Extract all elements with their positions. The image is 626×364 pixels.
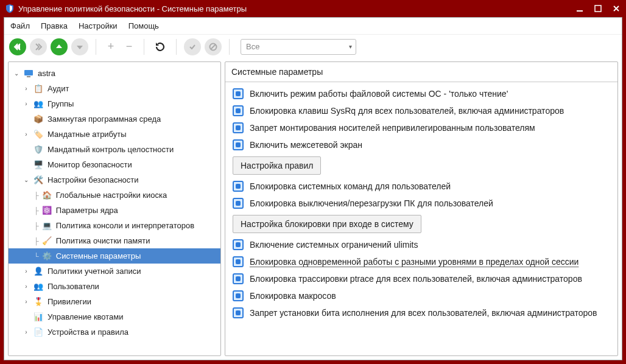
audit-icon: 📋 — [33, 84, 44, 94]
shield-icon: 🛡️ — [33, 145, 44, 155]
nav-down-button[interactable] — [71, 38, 88, 55]
maximize-button[interactable] — [593, 4, 603, 13]
expand-icon[interactable]: › — [22, 131, 30, 138]
settings-icon: 🛠️ — [33, 175, 44, 185]
computer-icon — [23, 69, 34, 79]
expand-icon[interactable]: › — [22, 283, 30, 290]
opt-label: Блокировка макросов — [250, 291, 336, 301]
collapse-icon[interactable]: ⌄ — [22, 177, 30, 183]
checkbox-readonly-fs[interactable] — [233, 88, 244, 99]
checkbox-block-mount[interactable] — [233, 122, 244, 133]
refresh-button[interactable] — [152, 38, 169, 55]
minimize-button[interactable] — [575, 4, 585, 13]
menu-edit[interactable]: Правка — [41, 21, 68, 30]
tree-item-kernel[interactable]: ├ ⚛️ Параметры ядра — [9, 203, 220, 218]
expand-icon[interactable]: › — [22, 85, 30, 92]
checkbox-block-shutdown[interactable] — [233, 198, 244, 209]
quota-icon: 📊 — [33, 312, 44, 322]
privileges-icon: 🎖️ — [33, 297, 44, 307]
checkbox-ulimits[interactable] — [233, 239, 244, 250]
expand-icon[interactable]: › — [22, 329, 30, 335]
expand-icon[interactable]: › — [22, 100, 30, 107]
opt-label: Блокировка системных команд для пользова… — [250, 181, 451, 191]
menu-file[interactable]: Файл — [10, 21, 30, 30]
nav-forward-button[interactable] — [30, 38, 47, 55]
devices-icon: 📄 — [33, 327, 44, 337]
groups-icon: 👥 — [33, 99, 44, 109]
tree-item-privileges[interactable]: › 🎖️ Привилегии — [9, 294, 220, 309]
content-pane: Системные параметры Включить режим работ… — [225, 61, 618, 356]
opt-label: Блокировка клавиш SysRq для всех пользов… — [250, 106, 564, 116]
tree-item-sec-settings[interactable]: ⌄ 🛠️ Настройки безопасности — [9, 172, 220, 187]
svg-rect-0 — [577, 10, 583, 12]
add-button[interactable]: + — [104, 40, 118, 54]
expand-icon[interactable]: › — [22, 298, 30, 305]
tree-item-kiosk[interactable]: ├ 🏠 Глобальные настройки киоска — [9, 187, 220, 203]
checkbox-block-execbit[interactable] — [233, 307, 244, 318]
nav-up-button[interactable] — [51, 38, 68, 55]
tree-item-mand-attrs[interactable]: › 🏷️ Мандатные атрибуты — [9, 127, 220, 142]
tree-item-sec-monitor[interactable]: 🖥️ Монитор безопасности — [9, 157, 220, 172]
menu-settings[interactable]: Настройки — [79, 21, 118, 30]
svg-rect-1 — [595, 5, 601, 12]
apply-button[interactable] — [184, 38, 201, 55]
opt-label: Включение системных ограничений ulimits — [250, 240, 418, 250]
checkbox-block-macros[interactable] — [233, 290, 244, 301]
opt-label: Блокировка одновременной работы с разным… — [250, 257, 579, 267]
opt-label: Включить межсетевой экран — [250, 140, 362, 150]
content-header: Системные параметры — [225, 62, 617, 82]
firewall-rules-button[interactable]: Настройка правил — [233, 156, 321, 175]
menu-help[interactable]: Помощь — [128, 21, 159, 30]
opt-label: Блокировка выключения/перезагрузки ПК дл… — [250, 198, 493, 208]
tree-item-closed-env[interactable]: 📦 Замкнутая программная среда — [9, 111, 220, 127]
filter-combo[interactable]: Все ▾ — [241, 39, 356, 55]
opt-label: Блокировка трассировки ptrace для всех п… — [250, 274, 582, 284]
tree-item-groups[interactable]: › 👥 Группы — [9, 96, 220, 111]
policy-icon: 👤 — [33, 267, 44, 276]
menubar: Файл Правка Настройки Помощь — [4, 18, 622, 35]
kiosk-icon: 🏠 — [41, 191, 52, 200]
tree-item-acct-policies[interactable]: › 👤 Политики учетной записи — [9, 264, 220, 279]
checkbox-block-syscmd[interactable] — [233, 181, 244, 192]
svg-rect-3 — [24, 70, 33, 75]
terminal-icon: 💻 — [41, 221, 52, 231]
opt-label: Включить режим работы файловой системы О… — [250, 89, 508, 99]
expand-icon[interactable]: › — [22, 268, 30, 275]
package-icon: 📦 — [33, 114, 44, 124]
tree-item-mem-policy[interactable]: ├ 🧹 Политика очистки памяти — [9, 233, 220, 248]
tag-icon: 🏷️ — [33, 130, 44, 139]
monitor-icon: 🖥️ — [33, 160, 44, 170]
opt-label: Запрет установки бита исполнения для все… — [250, 308, 597, 318]
checkbox-block-ptrace[interactable] — [233, 273, 244, 284]
tree-item-devices[interactable]: › 📄 Устройства и правила — [9, 324, 220, 340]
toolbar-separator — [176, 39, 177, 55]
chevron-down-icon: ▾ — [349, 43, 352, 50]
tree-item-audit[interactable]: › 📋 Аудит — [9, 81, 220, 96]
checkbox-enable-firewall[interactable] — [233, 139, 244, 150]
tree-item-mand-integrity[interactable]: 🛡️ Мандатный контроль целостности — [9, 142, 220, 157]
users-icon: 👥 — [33, 282, 44, 292]
toolbar-separator — [144, 39, 144, 55]
gear-icon: ⚙️ — [41, 251, 52, 261]
nav-back-button[interactable] — [9, 38, 26, 55]
filter-combo-label: Все — [246, 42, 259, 51]
collapse-icon[interactable]: ⌄ — [12, 70, 21, 77]
login-lock-button[interactable]: Настройка блокировки при входе в систему — [233, 215, 421, 233]
app-shield-icon — [5, 4, 15, 13]
kernel-icon: ⚛️ — [41, 206, 52, 215]
tree-item-users[interactable]: › 👥 Пользователи — [9, 279, 220, 294]
opt-label: Запрет монтирования носителей непривилег… — [250, 123, 535, 133]
tree-item-console-policy[interactable]: ├ 💻 Политика консоли и интерпретаторов — [9, 218, 220, 233]
checkbox-block-levels[interactable] — [233, 256, 244, 267]
memory-icon: 🧹 — [41, 236, 52, 246]
checkbox-block-sysrq[interactable] — [233, 105, 244, 116]
tree-item-sys-params[interactable]: └ ⚙️ Системные параметры — [9, 248, 220, 264]
toolbar-separator — [96, 39, 96, 55]
tree-root[interactable]: ⌄ astra — [9, 66, 220, 81]
remove-button[interactable]: − — [122, 40, 136, 54]
cancel-button[interactable] — [205, 38, 222, 55]
navigation-tree: ⌄ astra › 📋 Аудит › 👥 Группы 📦 — [8, 61, 221, 356]
close-button[interactable] — [611, 4, 621, 13]
tree-item-quotas[interactable]: 📊 Управление квотами — [9, 309, 220, 324]
toolbar-separator — [229, 39, 230, 55]
